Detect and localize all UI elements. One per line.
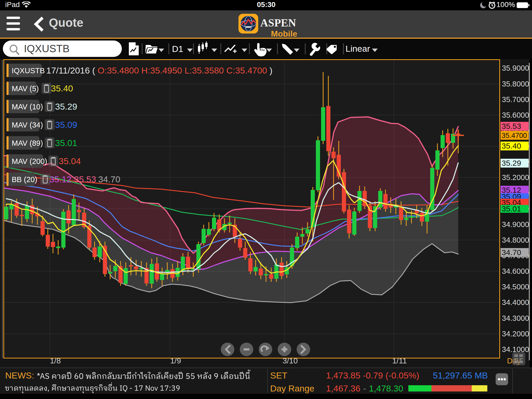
svg-text:34.2000: 34.2000 <box>502 330 529 338</box>
svg-text:MAV (5): MAV (5) <box>12 84 39 93</box>
svg-text:NEWS:: NEWS: <box>5 370 34 380</box>
svg-text:34.5000: 34.5000 <box>502 283 529 291</box>
svg-text:MAV (200): MAV (200) <box>12 157 47 165</box>
svg-text:35.01: 35.01 <box>55 138 77 148</box>
svg-text:34.8000: 34.8000 <box>502 236 529 244</box>
svg-text:D1: D1 <box>172 44 183 54</box>
svg-text:35.2000: 35.2000 <box>502 173 529 182</box>
svg-text:35.8000: 35.8000 <box>502 80 529 88</box>
svg-text:MAV (10): MAV (10) <box>12 103 43 111</box>
svg-text:3/10: 3/10 <box>283 356 298 365</box>
svg-text:35.40: 35.40 <box>502 142 521 150</box>
svg-text:34.70: 34.70 <box>98 174 120 184</box>
svg-text:MAV (89): MAV (89) <box>12 139 43 147</box>
svg-text:35.29: 35.29 <box>55 102 77 111</box>
svg-text:34.9000: 34.9000 <box>502 220 529 229</box>
svg-text:1/8: 1/8 <box>50 356 61 365</box>
svg-text:MAV (34): MAV (34) <box>12 121 43 129</box>
svg-text:1,467.36: 1,467.36 <box>326 383 360 393</box>
svg-text:Day Range: Day Range <box>270 383 314 393</box>
svg-text:35.4700: 35.4700 <box>502 132 527 139</box>
svg-text:35.01: 35.01 <box>502 204 521 213</box>
svg-text:1,473.85 -0.79 (-0.05%): 1,473.85 -0.79 (-0.05%) <box>326 370 419 380</box>
svg-text:34.6000: 34.6000 <box>502 267 529 275</box>
svg-text:1,478.30: 1,478.30 <box>369 383 403 393</box>
svg-text:35.7000: 35.7000 <box>502 95 529 104</box>
svg-text:34.70: 34.70 <box>502 248 521 257</box>
svg-text:17/11/2016 ( O:35.4800 H:35.49: 17/11/2016 ( O:35.4800 H:35.4950 L:35.35… <box>46 65 272 75</box>
svg-text:34.4000: 34.4000 <box>502 298 529 307</box>
svg-text:35.53: 35.53 <box>74 174 96 184</box>
svg-text:IQXUSTB: IQXUSTB <box>24 43 70 54</box>
svg-text:35.6000: 35.6000 <box>502 111 529 119</box>
svg-text:35.04: 35.04 <box>59 156 81 166</box>
svg-text:1/11: 1/11 <box>392 356 407 365</box>
svg-text:35.09: 35.09 <box>55 120 77 130</box>
svg-text:BB (20): BB (20) <box>12 175 37 184</box>
svg-text:35.29: 35.29 <box>502 159 521 167</box>
svg-text:35.53: 35.53 <box>502 122 521 130</box>
svg-text:IQXUSTB: IQXUSTB <box>12 66 45 75</box>
svg-text:35.12: 35.12 <box>49 174 71 184</box>
svg-text:Linear: Linear <box>345 44 370 54</box>
svg-text:1/9: 1/9 <box>170 356 181 365</box>
svg-text:34.3000: 34.3000 <box>502 314 529 322</box>
svg-text:SET: SET <box>270 370 287 380</box>
svg-text:35.9000: 35.9000 <box>502 64 529 72</box>
svg-text:51,297.65 MB: 51,297.65 MB <box>433 370 488 380</box>
svg-text:35.40: 35.40 <box>51 83 73 93</box>
svg-text:-: - <box>363 383 366 393</box>
